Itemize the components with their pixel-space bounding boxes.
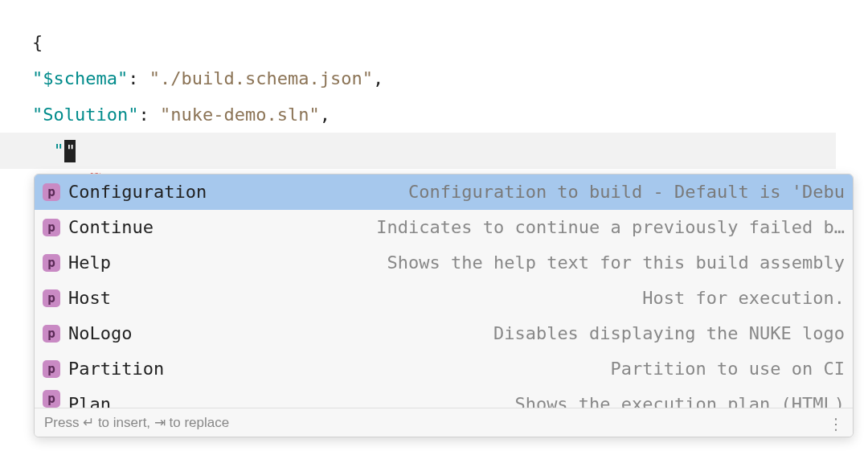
code-line: { [32,24,868,60]
item-label: Partition [68,355,164,383]
item-description: Indicates to continue a previously faile… [352,213,845,241]
item-description: Disables displaying the NUKE logo [469,319,845,347]
popup-footer: Press ↵ to insert, ⇥ to replace ⋯ [35,408,853,437]
property-icon: p [43,360,60,378]
current-line[interactable]: " [0,133,836,169]
footer-hint: Press ↵ to insert, ⇥ to replace [44,412,229,433]
autocomplete-item-plan[interactable]: p Plan Shows the execution plan (HTML) [35,387,853,408]
item-label: NoLogo [68,319,132,347]
item-description: Host for execution. [618,284,845,312]
autocomplete-item-host[interactable]: p Host Host for execution. [35,281,853,316]
property-icon: p [43,289,60,307]
json-value: nuke-demo.sln [170,101,309,129]
brace-open: { [32,28,43,56]
more-icon[interactable]: ⋯ [824,416,850,429]
autocomplete-item-continue[interactable]: p Continue Indicates to continue a previ… [35,210,853,245]
property-icon: p [43,390,60,408]
item-label: Host [68,284,111,312]
code-line: "$schema": "./build.schema.json", [32,60,868,96]
json-key: $schema [43,64,117,92]
item-description: Partition to use on CI [587,355,845,383]
item-label: Configuration [68,178,207,206]
autocomplete-item-partition[interactable]: p Partition Partition to use on CI [35,351,853,387]
autocomplete-item-help[interactable]: p Help Shows the help text for this buil… [35,245,853,281]
code-editor[interactable]: { "$schema": "./build.schema.json", "Sol… [0,24,868,169]
text-cursor [64,140,76,162]
property-icon: p [43,254,60,272]
item-label: Continue [68,213,154,241]
item-description: Shows the help text for this build assem… [362,248,845,277]
autocomplete-popup[interactable]: p Configuration Configuration to build -… [34,174,854,437]
property-icon: p [43,183,60,201]
item-label: Plan [68,390,111,408]
json-key: Solution [43,101,128,129]
autocomplete-item-configuration[interactable]: p Configuration Configuration to build -… [35,174,853,210]
autocomplete-item-nologo[interactable]: p NoLogo Disables displaying the NUKE lo… [35,316,853,351]
property-icon: p [43,219,60,236]
json-value: ./build.schema.json [160,64,362,92]
code-line: "Solution": "nuke-demo.sln", [32,96,868,133]
property-icon: p [43,325,60,343]
item-label: Help [68,248,111,277]
item-description: Configuration to build - Default is 'Deb… [384,178,845,206]
item-description: Shows the execution plan (HTML) [490,390,845,408]
